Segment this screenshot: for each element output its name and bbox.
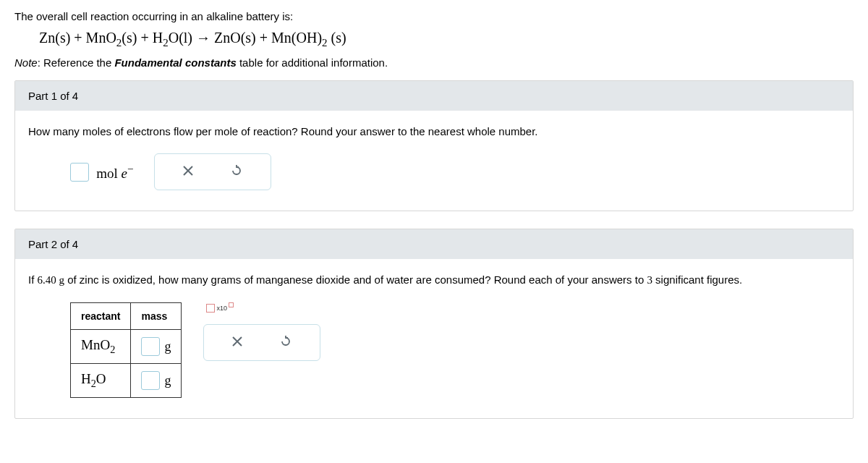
sci-square-icon: [206, 304, 215, 313]
part2-controls: [203, 324, 320, 361]
part1-question: How many moles of electrons flow per mol…: [28, 125, 840, 137]
part1-unit-sup: −: [127, 162, 134, 174]
undo-icon: [230, 164, 243, 177]
part1-unit-b: e: [121, 166, 127, 181]
part1-header: Part 1 of 4: [15, 81, 853, 111]
x-icon: [182, 165, 194, 177]
part1-unit-a: mol: [96, 166, 121, 181]
p2-qa: If: [28, 273, 38, 286]
eq-rhs2a: Mn(OH): [271, 30, 322, 46]
eq-lhs2a: MnO: [86, 30, 116, 46]
r1a: MnO: [81, 337, 110, 352]
sci-square-sm-icon: [229, 302, 234, 307]
undo-button[interactable]: [279, 335, 292, 350]
clear-button[interactable]: [231, 336, 243, 349]
reactant-mno2: MnO2: [71, 330, 131, 364]
r2b: O: [96, 371, 106, 386]
sci-x10-label: x10: [216, 305, 227, 312]
reactant-table: reactant mass MnO2 g: [70, 302, 182, 398]
note-text: Note: Reference the Fundamental constant…: [14, 56, 854, 69]
sci-notation-button[interactable]: x10: [203, 302, 320, 314]
col-mass: mass: [131, 303, 182, 330]
reactant-h2o: H2O: [71, 364, 131, 398]
r2a: H: [81, 371, 91, 386]
intro-text: The overall cell reaction occurring in a…: [14, 10, 854, 22]
h2o-mass-input[interactable]: [141, 371, 160, 390]
mass-cell-mno2: g: [131, 330, 182, 364]
p2-qc: significant figures.: [652, 273, 742, 286]
eq-lhs1: Zn(s): [39, 30, 70, 46]
r2s: 2: [91, 378, 96, 389]
eq-rhs1: ZnO(s): [214, 30, 256, 46]
clear-button[interactable]: [182, 165, 194, 179]
part1-answer-row: mol e−: [70, 153, 840, 190]
eq-lhs3a: H: [153, 30, 163, 46]
part1-unit: mol e−: [96, 166, 133, 181]
eq-rhs2b: (s): [328, 30, 346, 46]
h2o-unit: g: [164, 373, 171, 388]
part1-controls: [154, 153, 271, 190]
table-header-row: reactant mass: [71, 303, 182, 330]
eq-arrow: →: [192, 30, 214, 46]
eq-lhs3sub: 2: [163, 37, 169, 48]
eq-lhs2b: (s): [122, 30, 137, 46]
cell-reaction-equation: Zn(s) + MnO2(s) + H2O(l) → ZnO(s) + Mn(O…: [39, 30, 854, 49]
p2-qb: of zinc is oxidized, how many grams of m…: [64, 273, 647, 286]
table-row: MnO2 g: [71, 330, 182, 364]
mno2-mass-input[interactable]: [141, 337, 160, 356]
undo-icon: [279, 335, 292, 348]
eq-lhs3b: O(l): [169, 30, 192, 46]
part1-answer-box-wrap: mol e−: [70, 162, 134, 181]
note-prefix: Note: [14, 56, 38, 69]
eq-plus3: +: [256, 30, 271, 46]
eq-rhs2sub: 2: [322, 37, 328, 48]
x-icon: [231, 336, 243, 347]
p2-qval: 6.40 g: [38, 274, 65, 286]
mass-cell-h2o: g: [131, 364, 182, 398]
undo-button[interactable]: [230, 164, 243, 179]
part2-right-panel: x10: [203, 302, 320, 361]
eq-plus1: +: [70, 30, 85, 46]
mno2-unit: g: [164, 339, 171, 354]
table-row: H2O g: [71, 364, 182, 398]
part2-card: Part 2 of 4 If 6.40 g of zinc is oxidize…: [14, 229, 854, 419]
p2-qsig: 3: [647, 274, 652, 286]
eq-plus2: +: [137, 30, 152, 46]
part1-card: Part 1 of 4 How many moles of electrons …: [14, 80, 854, 211]
note-link[interactable]: Fundamental constants: [114, 56, 236, 69]
note-mid: : Reference the: [38, 56, 115, 69]
part2-question: If 6.40 g of zinc is oxidized, how many …: [28, 273, 840, 286]
r1s: 2: [110, 344, 115, 355]
note-suffix: table for additional information.: [237, 56, 388, 69]
col-reactant: reactant: [71, 303, 131, 330]
part1-answer-input[interactable]: [70, 163, 89, 182]
part2-header: Part 2 of 4: [15, 229, 853, 259]
